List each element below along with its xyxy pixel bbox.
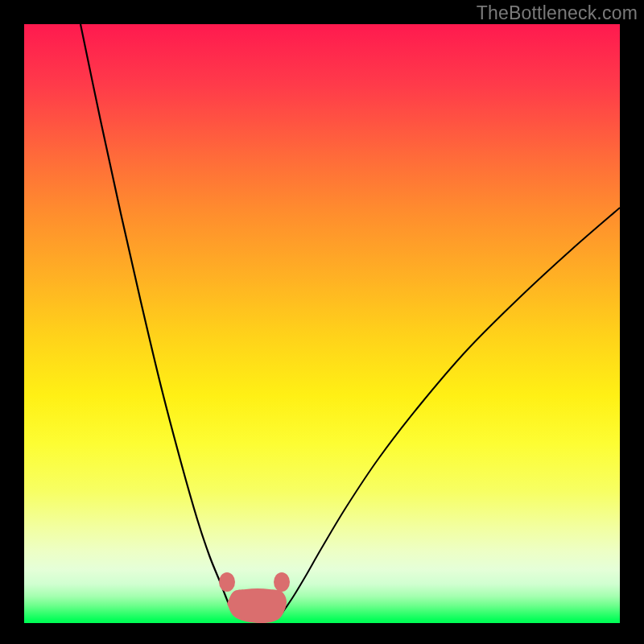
right-curve [280, 208, 620, 616]
left-oval [219, 572, 235, 592]
chart-stage: TheBottleneck.com [0, 0, 644, 644]
valley-blob [227, 588, 287, 623]
right-oval [274, 572, 290, 592]
plot-area [24, 24, 620, 623]
watermark-text: TheBottleneck.com [477, 2, 638, 24]
left-curve [80, 24, 237, 616]
chart-svg [24, 24, 620, 623]
